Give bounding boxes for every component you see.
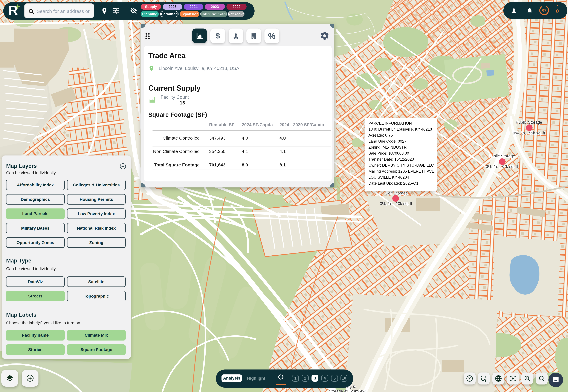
svg-text:87: 87 (541, 8, 547, 13)
